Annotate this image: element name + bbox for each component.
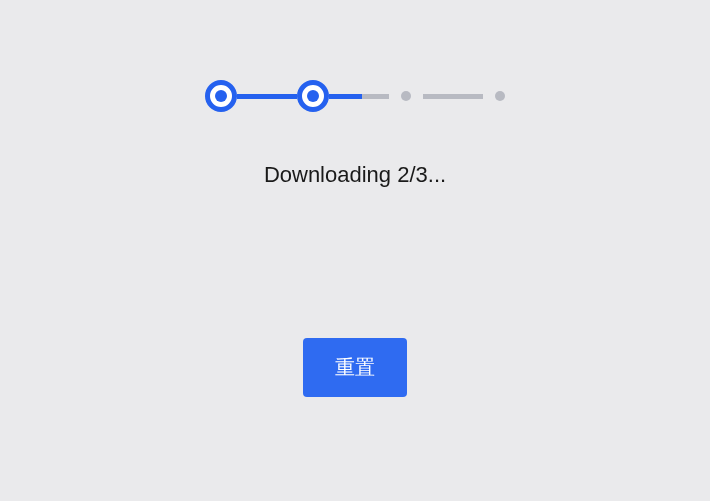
- step-node-2: [297, 80, 329, 112]
- reset-button[interactable]: 重置: [303, 338, 407, 397]
- step-node-1: [205, 80, 237, 112]
- step-line-3-4: [423, 94, 483, 99]
- step-node-3: [401, 91, 411, 101]
- step-line-1-2: [237, 94, 297, 99]
- step-line-2-3: [329, 94, 389, 99]
- progress-stepper: [205, 80, 505, 112]
- step-node-4: [495, 91, 505, 101]
- status-text: Downloading 2/3...: [264, 162, 446, 188]
